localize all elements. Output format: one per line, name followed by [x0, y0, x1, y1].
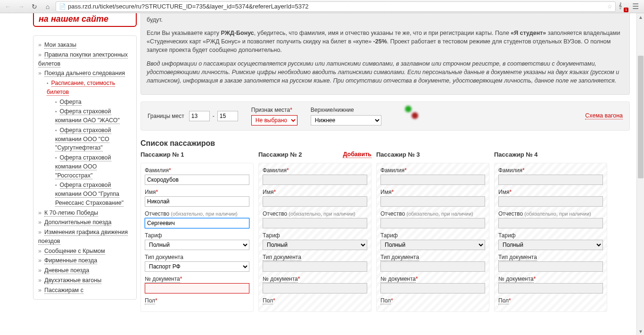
sidebar-item-2[interactable]: Поезда дальнего следования	[44, 70, 125, 77]
doc-number-input	[263, 283, 367, 293]
browser-menu-button[interactable]: ☰	[630, 2, 641, 11]
surname-input	[380, 175, 485, 185]
tariff-select[interactable]: Полный	[145, 240, 249, 250]
info-bonus: Если Вы указываете карту РЖД-Бонус, убед…	[147, 29, 624, 54]
name-input	[498, 196, 603, 207]
address-bar[interactable]: 📄 ☆	[56, 1, 616, 12]
sidebar-item-5[interactable]: Оферта страховой компании ОАО "ЖАСО"	[55, 108, 120, 124]
extension-badge: 1	[624, 8, 628, 12]
doc-type-input	[498, 261, 603, 272]
music-note-icon: 𝄞	[619, 2, 622, 9]
browser-toolbar: ← → ↻ ⌂ 📄 ☆ 𝄞 1 ☰	[0, 0, 644, 13]
tariff-select[interactable]: Полный	[263, 240, 367, 250]
sidebar-item-1[interactable]: Правила покупки электронных билетов	[38, 51, 128, 67]
name-input	[263, 196, 367, 207]
passenger-title: Пассажир № 4	[494, 151, 538, 158]
seat-from-input[interactable]	[189, 111, 210, 121]
sidebar-item-16[interactable]: Пассажирам с	[44, 287, 83, 294]
back-button[interactable]: ←	[3, 2, 13, 11]
passenger-title: Пассажир № 3	[376, 151, 420, 158]
wagon-scheme-link[interactable]: Схема вагона	[585, 112, 623, 119]
seat-sign-select[interactable]: Не выбрано	[251, 115, 297, 126]
status-dot-green	[405, 106, 412, 112]
doc-number-input	[380, 283, 485, 293]
url-input[interactable]	[68, 3, 605, 10]
passenger-column-1: Пассажир № 1Фамилия*Имя*Отчество (обязат…	[140, 151, 254, 312]
name-input	[380, 196, 485, 207]
sidebar-item-12[interactable]: Сообщение с Крымом	[44, 248, 105, 255]
tariff-select[interactable]: Полный	[380, 240, 485, 250]
surname-input	[263, 175, 367, 185]
info-input-rules: Ввод информации о пассажирах осуществляе…	[147, 59, 624, 85]
add-passenger-link[interactable]: Добавить	[343, 151, 372, 158]
patronymic-input	[498, 218, 603, 228]
promo-banner: на нашем сайте	[33, 13, 137, 27]
name-input[interactable]	[145, 196, 249, 207]
doc-number-input[interactable]	[145, 283, 249, 293]
seat-updown-label: Верхние/нижние	[311, 107, 381, 113]
seat-bounds-label: Границы мест	[148, 113, 184, 119]
patronymic-input[interactable]	[145, 218, 249, 228]
page-icon: 📄	[59, 3, 66, 10]
scrollbar-thumb[interactable]	[638, 56, 644, 178]
patronymic-input	[380, 218, 485, 228]
passengers-title: Список пассажиров	[140, 139, 630, 148]
seat-updown-select[interactable]: Нижнее	[311, 115, 381, 126]
sidebar-item-15[interactable]: Двухэтажные вагоны	[44, 277, 101, 284]
bookmark-star-icon[interactable]: ☆	[607, 3, 612, 10]
home-button[interactable]: ⌂	[42, 2, 53, 11]
tariff-select[interactable]: Полный	[498, 240, 603, 250]
sidebar-menu: Мои заказыПравила покупки электронных би…	[33, 35, 137, 300]
scroll-up-arrow-icon[interactable]: ▲	[637, 13, 644, 21]
info-line-1: будут.	[147, 16, 624, 24]
passenger-title: Пассажир № 2	[258, 151, 302, 158]
surname-input	[498, 175, 603, 185]
doc-type-input	[263, 261, 367, 272]
sidebar-item-13[interactable]: Фирменные поезда	[44, 257, 97, 264]
passenger-title: Пассажир № 1	[140, 151, 184, 158]
sidebar-item-4[interactable]: Оферта	[60, 99, 82, 106]
sidebar-item-7[interactable]: Оферта страховой компании ООО "Росгосстр…	[55, 154, 111, 179]
sidebar-item-3[interactable]: Расписание, стоимость билетов	[47, 80, 115, 96]
passengers-grid: Пассажир № 1Фамилия*Имя*Отчество (обязат…	[140, 151, 630, 312]
doc-type-input	[380, 261, 485, 272]
sidebar-item-8[interactable]: Оферта страховой компании ООО "Группа Ре…	[55, 182, 124, 207]
seat-options-bar: Границы мест - Признак места* Не выбрано…	[140, 101, 630, 131]
forward-button[interactable]: →	[16, 2, 26, 11]
surname-input[interactable]	[145, 175, 249, 185]
extension-icon[interactable]: 𝄞 1	[619, 2, 627, 11]
seat-sign-label: Признак места*	[251, 107, 297, 113]
sidebar-item-14[interactable]: Дневные поезда	[44, 267, 89, 274]
sidebar-item-10[interactable]: Дополнительные поезда	[44, 219, 112, 226]
sidebar: на нашем сайте Мои заказыПравила покупки…	[0, 13, 140, 335]
passenger-column-3: Пассажир № 3Фамилия*Имя*Отчество (обязат…	[376, 151, 489, 312]
passenger-column-2: Пассажир № 2ДобавитьФамилия*Имя*Отчество…	[258, 151, 372, 312]
reload-button[interactable]: ↻	[29, 2, 40, 11]
scroll-down-arrow-icon[interactable]: ▼	[637, 327, 644, 335]
sidebar-item-6[interactable]: Оферта страховой компании ООО "СО "Сургу…	[55, 127, 111, 152]
passenger-column-4: Пассажир № 4Фамилия*Имя*Отчество (обязат…	[494, 151, 607, 312]
main-content: будут. Если Вы указываете карту РЖД-Бону…	[140, 13, 644, 335]
status-dot-red	[412, 112, 418, 119]
doc-type-select[interactable]: Паспорт РФ	[145, 261, 249, 272]
seat-to-input[interactable]	[217, 111, 238, 121]
sidebar-item-11[interactable]: Изменения графика движения поездов	[38, 229, 128, 245]
info-panel: будут. Если Вы указываете карту РЖД-Бону…	[140, 13, 630, 95]
patronymic-input	[263, 218, 367, 228]
doc-number-input	[498, 283, 603, 293]
sidebar-item-9[interactable]: К 70-летию Победы	[44, 209, 98, 217]
vertical-scrollbar[interactable]: ▲ ▼	[636, 13, 644, 335]
sidebar-item-0[interactable]: Мои заказы	[44, 42, 76, 49]
